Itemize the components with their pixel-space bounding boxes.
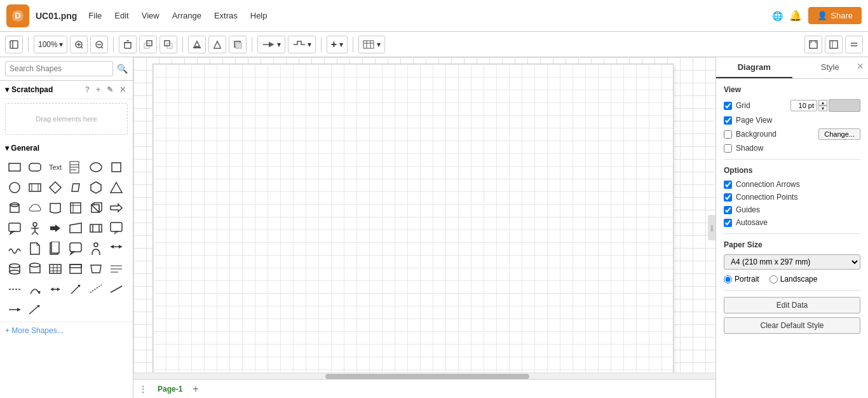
horizontal-scrollbar[interactable]	[133, 373, 715, 379]
scrollbar-thumb[interactable]	[325, 374, 529, 379]
shape-square[interactable]	[107, 158, 126, 177]
shadow-btn[interactable]	[229, 36, 247, 53]
shape-line-solid[interactable]	[107, 280, 126, 299]
grid-color-swatch[interactable]	[829, 99, 860, 112]
shape-ellipse[interactable]	[86, 158, 105, 177]
shape-arrows-bidirectional[interactable]	[107, 239, 126, 258]
portrait-radio[interactable]	[724, 275, 732, 284]
menu-view[interactable]: View	[137, 8, 165, 23]
more-shapes-btn[interactable]: + More Shapes...	[0, 322, 133, 339]
shape-page[interactable]	[25, 239, 44, 258]
page-more-btn[interactable]: ⋮	[139, 384, 147, 394]
reset-view-btn[interactable]	[825, 36, 843, 53]
menu-help[interactable]: Help	[245, 8, 273, 23]
zoom-in-btn[interactable]	[70, 36, 88, 53]
sidebar-toggle-btn[interactable]	[5, 36, 23, 53]
connection-style-dropdown[interactable]: ▾	[257, 36, 285, 53]
search-icon[interactable]: 🔍	[117, 64, 128, 74]
shape-arrow-up-right[interactable]	[66, 280, 85, 299]
close-panel-btn[interactable]: ✕	[857, 61, 864, 71]
shape-text[interactable]: Text	[46, 158, 65, 177]
menu-extras[interactable]: Extras	[209, 8, 243, 23]
shape-curve-arrow[interactable]	[25, 280, 44, 299]
shape-rectangle[interactable]	[5, 158, 24, 177]
waypoint-style-dropdown[interactable]: ▾	[288, 36, 316, 53]
connection-points-checkbox[interactable]	[724, 193, 732, 202]
line-color-btn[interactable]	[208, 36, 226, 53]
grid-spin-down[interactable]: ▼	[818, 106, 827, 111]
shape-process[interactable]	[25, 178, 44, 197]
search-input[interactable]	[5, 61, 113, 76]
grid-checkbox[interactable]	[724, 102, 732, 110]
fit-page-btn[interactable]	[804, 36, 822, 53]
portrait-option[interactable]: Portrait	[724, 275, 759, 284]
grid-value-input[interactable]	[790, 100, 817, 111]
send-back-btn[interactable]	[159, 36, 177, 53]
clear-default-style-btn[interactable]: Clear Default Style	[724, 317, 860, 334]
menu-arrange[interactable]: Arrange	[167, 8, 207, 23]
shape-manual-input[interactable]	[66, 219, 85, 238]
shape-cloud[interactable]	[25, 198, 44, 217]
bring-front-btn[interactable]	[139, 36, 157, 53]
add-page-btn[interactable]: +	[193, 383, 198, 395]
paper-size-select[interactable]: A4 (210 mm x 297 mm) A3 (297 mm x 420 mm…	[724, 254, 860, 270]
canvas-area[interactable]: ‖ ⋮ Page-1 +	[133, 57, 715, 398]
shape-transition[interactable]	[46, 219, 65, 238]
background-change-btn[interactable]: Change...	[818, 128, 860, 140]
shape-circle[interactable]	[5, 178, 24, 197]
tab-diagram[interactable]: Diagram	[716, 57, 792, 78]
edit-data-btn[interactable]: Edit Data	[724, 297, 860, 313]
shape-page2[interactable]	[46, 239, 65, 258]
shape-hexagon[interactable]	[86, 178, 105, 197]
general-section-header[interactable]: ▾ General	[0, 141, 133, 155]
shape-parallelogram[interactable]	[66, 178, 85, 197]
table-dropdown[interactable]: ▾	[358, 36, 385, 53]
shape-cube[interactable]	[86, 198, 105, 217]
landscape-option[interactable]: Landscape	[770, 275, 818, 284]
page-tab[interactable]: Page-1	[153, 383, 187, 395]
landscape-radio[interactable]	[770, 275, 778, 284]
menu-edit[interactable]: Edit	[109, 8, 133, 23]
zoom-out-btn[interactable]	[90, 36, 108, 53]
shadow-checkbox[interactable]	[724, 144, 732, 153]
shape-rounded-rect[interactable]	[25, 158, 44, 177]
menu-file[interactable]: File	[83, 8, 107, 23]
shape-data-store2[interactable]	[25, 259, 44, 278]
share-button[interactable]: 👤 Share	[808, 7, 862, 24]
shape-cylinder[interactable]	[5, 198, 24, 217]
scratchpad-collapse-icon[interactable]: ▾	[5, 85, 9, 94]
shape-list[interactable]	[107, 259, 126, 278]
fill-color-btn[interactable]	[188, 36, 206, 53]
shape-line-diagonal[interactable]	[5, 300, 24, 319]
shape-internal-storage[interactable]	[66, 198, 85, 217]
page-view-checkbox[interactable]	[724, 116, 732, 125]
shape-data-store[interactable]	[5, 259, 24, 278]
background-checkbox[interactable]	[724, 130, 732, 139]
shape-line-dotted[interactable]	[86, 280, 105, 299]
shape-arrow-right[interactable]	[107, 198, 126, 217]
shape-person[interactable]	[86, 239, 105, 258]
autosave-checkbox[interactable]	[724, 219, 732, 227]
notification-icon[interactable]: 🔔	[789, 10, 802, 22]
zoom-dropdown[interactable]: 100% ▾	[34, 36, 67, 53]
shape-card[interactable]	[66, 259, 85, 278]
scratchpad-close-btn[interactable]: ✕	[118, 85, 128, 95]
shape-speech-bubble[interactable]	[66, 239, 85, 258]
shape-callout2[interactable]	[107, 219, 126, 238]
scratchpad-add-btn[interactable]: +	[94, 85, 102, 95]
shape-double-arrow[interactable]	[46, 280, 65, 299]
shape-triangle[interactable]	[107, 178, 126, 197]
collapse-all-btn[interactable]	[845, 36, 863, 53]
shape-trapezoid[interactable]	[86, 259, 105, 278]
shape-note[interactable]	[66, 158, 85, 177]
grid-spin-up[interactable]: ▲	[818, 100, 827, 106]
shape-document[interactable]	[46, 198, 65, 217]
delete-btn[interactable]	[119, 36, 137, 53]
guides-checkbox[interactable]	[724, 206, 732, 214]
connection-arrows-checkbox[interactable]	[724, 181, 732, 189]
collapse-handle[interactable]: ‖	[708, 215, 715, 240]
scratchpad-edit-btn[interactable]: ✎	[105, 85, 115, 95]
shape-wave[interactable]	[5, 239, 24, 258]
shape-diamond[interactable]	[46, 178, 65, 197]
shape-callout[interactable]	[5, 219, 24, 238]
